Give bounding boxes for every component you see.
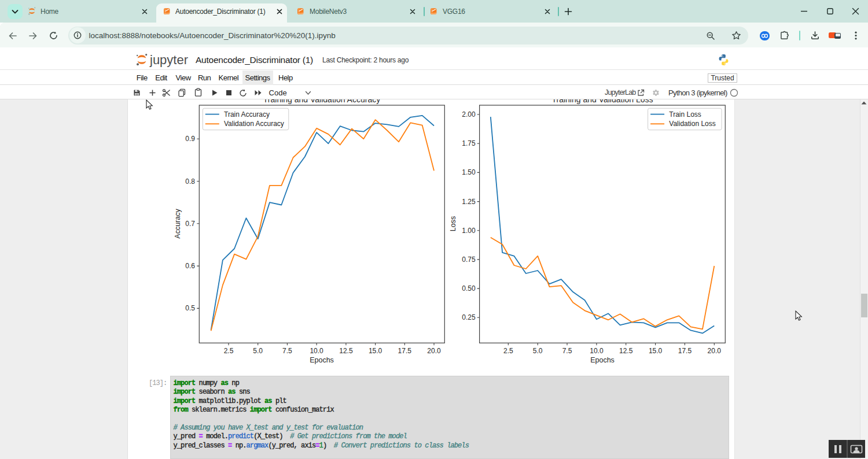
svg-text:17.5: 17.5 [398,347,412,355]
svg-text:Validation Accuracy: Validation Accuracy [224,120,284,128]
svg-text:Training and Validation Loss: Training and Validation Loss [551,99,653,104]
svg-text:20.0: 20.0 [708,347,722,355]
svg-text:7.5: 7.5 [562,347,572,355]
svg-text:7.5: 7.5 [282,347,292,355]
svg-text:0.7: 0.7 [185,220,195,228]
svg-text:Training and Validation Accura: Training and Validation Accuracy [263,99,380,104]
svg-text:17.5: 17.5 [678,347,692,355]
svg-text:20.0: 20.0 [427,347,441,355]
svg-text:10.0: 10.0 [590,347,604,355]
svg-text:5.0: 5.0 [533,347,543,355]
svg-text:12.5: 12.5 [339,347,353,355]
svg-text:0.6: 0.6 [185,262,195,270]
svg-text:Train Accuracy: Train Accuracy [224,110,270,119]
svg-text:Validation Loss: Validation Loss [669,120,716,128]
svg-text:0.8: 0.8 [185,177,195,186]
svg-text:1.50: 1.50 [462,168,476,176]
svg-text:Epochs: Epochs [310,356,334,364]
svg-text:2.5: 2.5 [503,347,513,355]
svg-text:10.0: 10.0 [310,347,323,355]
svg-text:1.25: 1.25 [462,198,476,206]
svg-text:Loss: Loss [449,216,457,231]
svg-text:12.5: 12.5 [619,347,633,355]
svg-text:5.0: 5.0 [253,347,263,355]
svg-text:0.50: 0.50 [462,284,476,293]
svg-text:Accuracy: Accuracy [174,209,182,239]
svg-text:1.75: 1.75 [462,139,476,147]
svg-text:1.00: 1.00 [462,227,476,235]
svg-text:2.00: 2.00 [462,110,476,119]
svg-text:15.0: 15.0 [369,347,382,355]
svg-text:Epochs: Epochs [590,356,615,364]
svg-text:Train Loss: Train Loss [669,110,701,119]
svg-text:0.25: 0.25 [462,313,476,321]
svg-text:0.75: 0.75 [462,256,476,264]
svg-text:15.0: 15.0 [649,347,663,355]
svg-text:0.9: 0.9 [185,135,195,143]
svg-text:0.5: 0.5 [185,304,195,312]
svg-text:2.5: 2.5 [224,347,234,355]
